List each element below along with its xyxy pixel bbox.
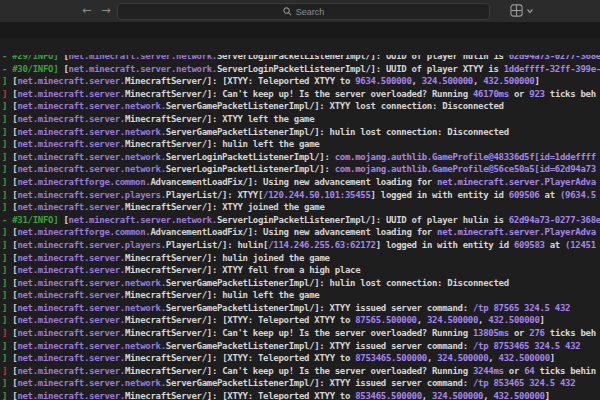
log-line: ] [net.minecraft.server.network.ServerLo… — [2, 163, 600, 176]
log-line: ] [net.minecraft.server.players.PlayerLi… — [2, 189, 600, 202]
log-line: ] [net.minecraft.server.MinecraftServer/… — [2, 75, 600, 88]
log-line: ] [net.minecraft.server.MinecraftServer/… — [2, 352, 600, 365]
header-strip — [0, 22, 600, 38]
app-window: ← → Search - #29/INFO] [net.minecraft.se… — [0, 0, 600, 400]
search-icon — [283, 7, 292, 16]
layout-grid-icon — [510, 4, 523, 17]
log-line: ] [net.minecraft.server.network.ServerGa… — [2, 340, 600, 353]
log-output[interactable]: - #29/INFO] [net.minecraft.server.networ… — [2, 55, 600, 400]
log-line: ] [net.minecraft.server.network.ServerGa… — [2, 277, 600, 290]
log-line: ] [net.minecraft.server.network.ServerGa… — [2, 377, 600, 390]
log-line: ] [net.minecraft.server.MinecraftServer/… — [2, 264, 600, 277]
log-line: ] [net.minecraft.server.MinecraftServer/… — [2, 201, 600, 214]
nav-buttons: ← → — [82, 0, 110, 22]
log-line: ] [net.minecraft.server.network.ServerGa… — [2, 126, 600, 139]
forward-button[interactable]: → — [101, 0, 110, 22]
log-line: ] [net.minecraft.server.MinecraftServer/… — [2, 365, 600, 378]
chevron-down-icon — [526, 7, 534, 15]
search-input[interactable]: Search — [117, 3, 490, 20]
log-line: ] [net.minecraft.server.MinecraftServer/… — [2, 289, 600, 302]
log-line: ] [net.minecraftforge.common.Advancement… — [2, 176, 600, 189]
log-line: ] [net.minecraft.server.MinecraftServer/… — [2, 88, 600, 101]
search-placeholder: Search — [296, 7, 325, 17]
layout-button[interactable] — [510, 4, 534, 17]
log-line: ] [net.minecraftforge.common.Advancement… — [2, 226, 600, 239]
title-bar: ← → Search — [0, 0, 600, 22]
log-line: ] [net.minecraft.server.MinecraftServer/… — [2, 252, 600, 265]
back-button[interactable]: ← — [82, 0, 91, 22]
log-line: ] [net.minecraft.server.players.PlayerLi… — [2, 239, 600, 252]
log-line: - #29/INFO] [net.minecraft.server.networ… — [2, 55, 600, 63]
log-line: ] [net.minecraft.server.network.ServerGa… — [2, 302, 600, 315]
log-line: ] [net.minecraft.server.MinecraftServer/… — [2, 390, 600, 400]
log-line: ] [net.minecraft.server.MinecraftServer/… — [2, 327, 600, 340]
log-line: - #30/INFO] [net.minecraft.server.networ… — [2, 63, 600, 76]
log-line: ] [net.minecraft.server.MinecraftServer/… — [2, 314, 600, 327]
log-line: ] [net.minecraft.server.network.ServerGa… — [2, 100, 600, 113]
log-lines-container: - #29/INFO] [net.minecraft.server.networ… — [2, 55, 600, 400]
log-line: - #31/INFO] [net.minecraft.server.networ… — [2, 214, 600, 227]
log-line: ] [net.minecraft.server.MinecraftServer/… — [2, 113, 600, 126]
log-line: ] [net.minecraft.server.network.ServerLo… — [2, 151, 600, 164]
log-line: ] [net.minecraft.server.MinecraftServer/… — [2, 138, 600, 151]
